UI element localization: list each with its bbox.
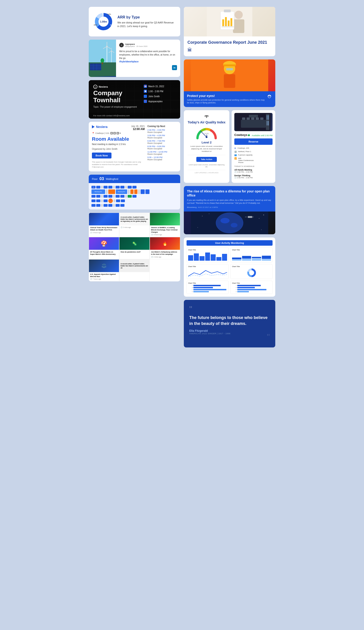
- room-detail-wifi: 📶 Wifi Video Conferences Phone: [234, 157, 273, 164]
- svg-rect-66: [252, 217, 254, 217]
- news-item-5[interactable]: 🦠 How do pandemics end?: [119, 237, 150, 259]
- townhall-brand: Nexiera: [99, 86, 108, 88]
- svg-text:LEVEL: LEVEL: [204, 133, 209, 134]
- svg-point-21: [100, 58, 104, 63]
- bloomberg-text: If you are reading this at work in an op…: [187, 199, 272, 204]
- news-item-2[interactable]: A record-setter. A patent holder. Eddie …: [119, 213, 150, 237]
- svg-point-76: [249, 270, 254, 275]
- room-detail-capacity: 👥 5 person capacity: [234, 154, 273, 156]
- news-time-1: 🕐 3 hours ago: [90, 232, 118, 234]
- schedule-item-3: 6:00 PM – 7:00 PM Room Occupied: [147, 140, 177, 144]
- schedule-design-thinking: Design Thinking 🕐 2:00 PM – 2:30 PM: [234, 174, 273, 179]
- news-title-8: A record-setter. A patent holder. Eddie …: [121, 263, 148, 269]
- linkedin-button[interactable]: in: [172, 65, 177, 70]
- floor-header: Floor 03 Wallingford: [89, 175, 180, 183]
- desk-cell: [96, 200, 100, 202]
- aqi-gauge: LEVEL 2: [195, 127, 218, 139]
- arr-card: 1.08m 14% 20% 64% ARR by Type We are doi…: [89, 7, 180, 36]
- news-img-3: [150, 213, 180, 226]
- news-time-3: 🕐 3 hours ago: [151, 234, 179, 236]
- news-time-7: 🕐 7 hours ago: [90, 278, 118, 280]
- quote-text: The future belongs to those who believe …: [189, 315, 270, 326]
- desk-cell: [132, 186, 136, 188]
- svg-point-37: [216, 75, 225, 82]
- news-title-2: A record-setter. A patent holder. Eddie …: [121, 216, 148, 222]
- wifi-aqi-icon: [187, 114, 226, 119]
- desk-cell: [101, 200, 103, 202]
- svg-rect-57: [267, 121, 268, 126]
- news-title-3: Owners of BitMEX, a Leading Bitcoin Exch…: [151, 226, 179, 233]
- room-location: 📍 Cowboys | 3.01 🔲 🔲 🔲 ♥: [92, 132, 145, 134]
- room-organizer: Organized by John Smith: [92, 148, 145, 150]
- svg-rect-55: [267, 115, 268, 120]
- wind-post-text: We're proud to be a collaborative work p…: [119, 50, 177, 63]
- room-schedule: Coming Up Next 2:30 PM – 3:30 PM Room Oc…: [147, 125, 177, 168]
- news-time-6: 🕐 2 mins ago: [151, 256, 179, 258]
- news-img-6: 🔥: [150, 237, 180, 250]
- desk-cell: [125, 186, 127, 188]
- appspace-logo: A: [119, 43, 124, 47]
- desk-cell: [96, 195, 100, 198]
- orange-desk: [134, 190, 137, 194]
- news-item-6[interactable]: 🔥 Joe Biden's Gettysburg address is the …: [150, 237, 180, 259]
- svg-point-72: [261, 230, 262, 230]
- schedule-item-5: 11:00 PM – 12:00 PM Room Occupied: [147, 151, 177, 155]
- pie-chart: [232, 268, 271, 277]
- wind-image: [89, 40, 116, 77]
- news-grid-card: Clinical Trials Hit by Ransomware Attack…: [89, 213, 180, 282]
- room-available-card: Nexiera July 18, 2021 12:00 AM 📍 Cowboys…: [89, 122, 180, 172]
- news-img-1: [89, 213, 119, 226]
- townhall-time-row: 🕐 1:00 - 2:00 PM: [144, 90, 176, 93]
- book-now-button[interactable]: Book Now: [92, 152, 111, 158]
- appspace-name: Appspace: [125, 43, 147, 45]
- arr-pct-14: 14%: [107, 13, 111, 15]
- desk-cell: [116, 195, 120, 198]
- desk-cell: [103, 200, 108, 202]
- orange-desk: [130, 190, 134, 194]
- corridor: [106, 190, 108, 194]
- arr-donut-chart: 1.08m 14% 20% 64%: [93, 12, 114, 32]
- uam-chart-2: Chart Title: [230, 248, 273, 262]
- uam-charts: Chart Title Chart Title: [187, 248, 273, 294]
- desk-cell: [101, 195, 103, 198]
- bar-chart-1: [188, 252, 227, 261]
- svg-point-41: [206, 117, 207, 118]
- news-title-6: Joe Biden's Gettysburg address is the be…: [151, 251, 179, 256]
- svg-rect-64: [248, 216, 252, 218]
- townhall-person-row: 👤 John Smith: [144, 95, 176, 98]
- location-pin: 📍: [108, 198, 113, 203]
- protect-title: Protect your eyes!: [187, 94, 265, 98]
- news-item-8[interactable]: A record-setter. A patent holder. Eddie …: [119, 259, 150, 282]
- news-img-2: A record-setter. A patent holder. Eddie …: [119, 213, 149, 226]
- news-item-3[interactable]: Owners of BitMEX, a Leading Bitcoin Exch…: [150, 213, 180, 237]
- corp-body: Corporate Governance Report June 2021 🏛: [184, 36, 275, 56]
- desk-cell: [96, 204, 100, 207]
- news-item-7[interactable]: ⚖️ U.S. Appeals Injunction Against WeCha…: [89, 259, 119, 282]
- svg-point-38: [234, 75, 243, 82]
- svg-rect-28: [222, 19, 224, 26]
- desk-cell: [91, 204, 95, 207]
- uam-chart-1: Chart Title: [187, 248, 229, 262]
- wind-hashtag: #hybridworkplace: [119, 60, 139, 63]
- reserve-button[interactable]: Reserve: [234, 138, 273, 145]
- svg-rect-56: [268, 115, 269, 120]
- svg-rect-29: [225, 17, 227, 26]
- news-item-1[interactable]: Clinical Trials Hit by Ransomware Attack…: [89, 213, 119, 237]
- news-item-4[interactable]: 🍄 25 Thoughts About Mario on Super Mario…: [89, 237, 119, 259]
- arr-center-value: 1.08m: [100, 20, 107, 23]
- desk-cell: [120, 195, 124, 198]
- desk-cell: [132, 195, 136, 198]
- aqi-action-button[interactable]: Take Action: [196, 157, 217, 162]
- desk-cell: [116, 204, 120, 207]
- uam-chart-3: Chart Title: [187, 264, 229, 279]
- svg-rect-52: [260, 118, 264, 120]
- svg-text:2: 2: [206, 134, 207, 138]
- svg-point-60: [216, 213, 243, 233]
- desk-cell: [121, 200, 125, 202]
- aqi-desc: Lorem ipsum dolor sit amet, consectetur …: [187, 145, 226, 153]
- arr-pct-20: 20%: [94, 24, 97, 26]
- schedule-all-hands: All Hands Meeting 🕐 2:00 PM – 2:30 PM: [234, 169, 273, 173]
- user-activity-monitoring-card: User Activity Monitoring Chart Title: [184, 238, 275, 297]
- person-icon: 👤: [144, 95, 147, 98]
- desk-cell: [145, 190, 149, 194]
